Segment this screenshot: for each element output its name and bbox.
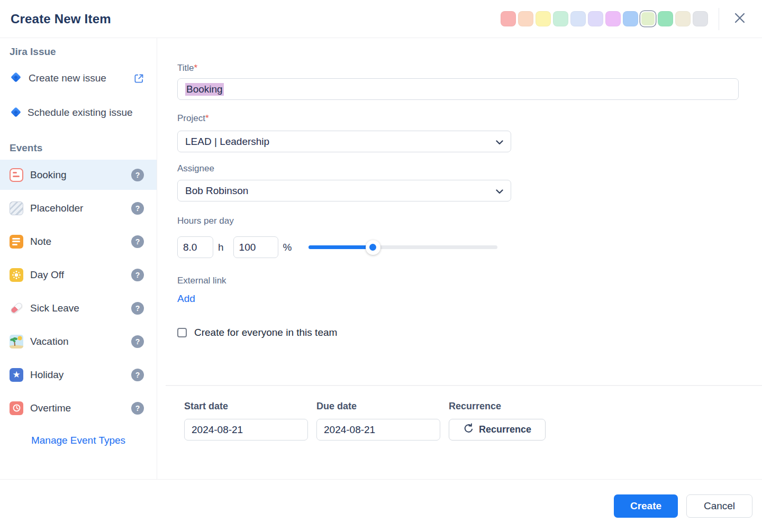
assignee-value: Bob Robinson — [185, 185, 248, 197]
event-row-overtime[interactable]: Overtime ? — [0, 393, 157, 423]
required-marker: * — [205, 113, 209, 123]
event-row-note[interactable]: Note ? — [0, 226, 157, 256]
event-row-booking[interactable]: Booking ? — [0, 160, 157, 190]
color-swatch[interactable] — [588, 11, 603, 26]
event-label: Sick Leave — [30, 302, 79, 314]
help-icon[interactable]: ? — [131, 169, 144, 181]
percent-input[interactable]: 100 — [233, 236, 278, 258]
header-divider — [719, 8, 719, 30]
event-row-day-off[interactable]: Day Off ? — [0, 260, 157, 290]
project-label: Project* — [177, 113, 739, 124]
event-label: Note — [30, 236, 51, 247]
due-date-label: Due date — [316, 401, 449, 412]
help-icon[interactable]: ? — [131, 269, 144, 281]
section-divider — [166, 385, 762, 386]
recurrence-button[interactable]: Recurrence — [449, 419, 546, 441]
color-swatch[interactable] — [640, 11, 656, 26]
title-label: Title* — [177, 62, 739, 74]
page-title: Create New Item — [11, 12, 111, 26]
sidebar: Jira Issue Create new issue Schedule exi… — [0, 38, 157, 479]
help-icon[interactable]: ? — [131, 235, 144, 248]
color-swatch[interactable] — [570, 11, 586, 26]
event-row-sick-leave[interactable]: Sick Leave ? — [0, 293, 157, 323]
start-date-label: Start date — [184, 401, 316, 412]
help-icon[interactable]: ? — [131, 202, 144, 215]
event-label: Overtime — [30, 402, 71, 414]
events-section-title: Events — [10, 142, 157, 154]
schedule-section: Start date Due date Recurrence 2024-08-2… — [177, 401, 739, 441]
workload-slider[interactable] — [309, 240, 497, 255]
modal-footer: Create Cancel — [0, 479, 762, 532]
recurrence-button-label: Recurrence — [479, 424, 531, 435]
assignee-select[interactable]: Bob Robinson — [177, 180, 511, 201]
jira-section-title: Jira Issue — [10, 45, 157, 58]
holiday-icon: ★ — [10, 368, 23, 382]
overtime-icon — [10, 401, 23, 415]
assignee-label: Assignee — [177, 163, 739, 175]
event-row-placeholder[interactable]: Placeholder ? — [0, 193, 157, 223]
title-input[interactable]: Booking — [177, 78, 739, 100]
event-label: Vacation — [30, 336, 69, 347]
color-swatch[interactable] — [605, 11, 621, 26]
slider-fill — [309, 245, 373, 249]
placeholder-icon — [10, 201, 23, 215]
hours-input[interactable]: 8.0 — [177, 236, 213, 258]
event-label: Day Off — [30, 269, 64, 281]
start-date-input[interactable]: 2024-08-21 — [184, 419, 308, 441]
checkbox-label: Create for everyone in this team — [194, 327, 337, 338]
color-swatch[interactable] — [623, 11, 638, 26]
slider-thumb[interactable] — [366, 240, 380, 255]
jira-icon — [10, 71, 22, 86]
help-icon[interactable]: ? — [131, 335, 144, 348]
due-date-input[interactable]: 2024-08-21 — [316, 419, 440, 441]
create-for-everyone-row[interactable]: Create for everyone in this team — [177, 327, 739, 338]
hours-unit: h — [218, 242, 224, 253]
help-icon[interactable]: ? — [131, 402, 144, 415]
note-icon — [10, 235, 23, 249]
create-item-form: Title* Booking Project* LEAD | Leadershi… — [157, 38, 762, 479]
event-label: Placeholder — [30, 203, 83, 214]
recurrence-label: Recurrence — [449, 401, 501, 412]
title-value-selected: Booking — [185, 83, 224, 96]
project-value: LEAD | Leadership — [185, 136, 269, 148]
sidebar-item-schedule-existing-issue[interactable]: Schedule existing issue — [10, 104, 148, 124]
vacation-icon — [10, 335, 23, 348]
modal-header: Create New Item — [0, 0, 762, 38]
event-row-holiday[interactable]: ★ Holiday ? — [0, 360, 157, 390]
event-type-list: Booking ? Placeholder ? Note ? Day Off ? — [0, 160, 157, 423]
day-off-icon — [10, 268, 23, 282]
project-select[interactable]: LEAD | Leadership — [177, 131, 511, 152]
color-swatch[interactable] — [553, 11, 568, 26]
color-swatch[interactable] — [518, 11, 533, 26]
external-link-label: External link — [177, 275, 739, 287]
jira-icon — [10, 106, 22, 124]
create-button[interactable]: Create — [614, 494, 678, 518]
event-row-vacation[interactable]: Vacation ? — [0, 326, 157, 356]
help-icon[interactable]: ? — [131, 369, 144, 381]
required-marker: * — [194, 63, 198, 73]
event-label: Booking — [30, 169, 67, 181]
event-label: Holiday — [30, 369, 64, 381]
color-swatch[interactable] — [658, 11, 673, 26]
color-swatch[interactable] — [675, 11, 691, 26]
hours-per-day-label: Hours per day — [177, 215, 739, 227]
sidebar-item-create-new-issue[interactable]: Create new issue — [10, 70, 157, 87]
create-for-everyone-checkbox[interactable] — [177, 328, 187, 337]
add-external-link[interactable]: Add — [177, 293, 195, 305]
chevron-down-icon — [496, 136, 503, 148]
external-link-icon[interactable] — [133, 72, 145, 85]
color-swatch[interactable] — [693, 11, 708, 26]
sick-leave-icon — [10, 301, 23, 315]
color-swatch-row — [501, 11, 708, 26]
recurrence-icon — [463, 423, 474, 437]
chevron-down-icon — [496, 185, 503, 197]
sidebar-item-label: Schedule existing issue — [28, 107, 133, 118]
manage-event-types-link[interactable]: Manage Event Types — [0, 435, 157, 446]
help-icon[interactable]: ? — [131, 302, 144, 315]
percent-unit: % — [283, 242, 292, 253]
color-swatch[interactable] — [536, 11, 551, 26]
close-button[interactable] — [731, 10, 749, 28]
sidebar-item-label: Create new issue — [29, 72, 106, 84]
cancel-button[interactable]: Cancel — [686, 494, 752, 518]
color-swatch[interactable] — [501, 11, 516, 26]
